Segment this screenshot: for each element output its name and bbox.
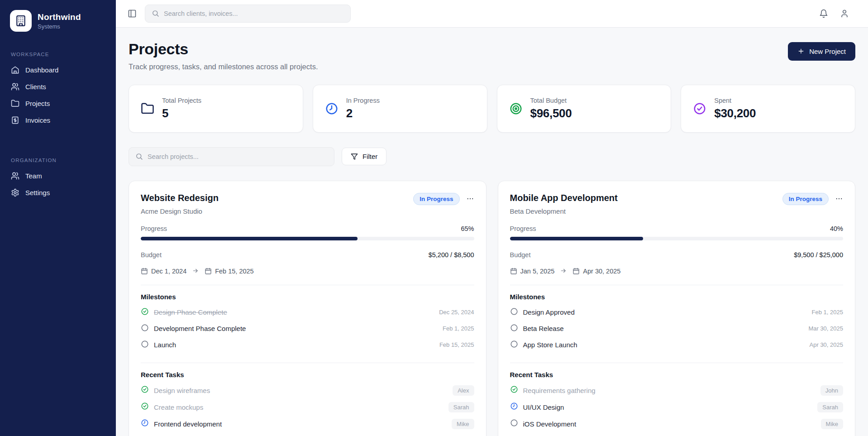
task-row: UI/UX DesignSarah	[510, 399, 844, 416]
plus-icon	[797, 48, 805, 55]
budget-label: Budget	[510, 251, 531, 259]
milestone-date: Mar 30, 2025	[808, 325, 843, 332]
task-name: iOS Development	[523, 420, 816, 428]
progress-percent: 65%	[461, 225, 474, 232]
sidebar-section-label: WORKSPACE	[7, 52, 109, 57]
date-range-arrow	[191, 268, 200, 275]
circle-icon	[510, 340, 518, 348]
folder-icon	[141, 102, 154, 115]
arrow-right-icon	[192, 268, 199, 274]
task-row: Design wireframesAlex	[141, 382, 474, 399]
new-project-button[interactable]: New Project	[788, 42, 855, 61]
milestone-status	[141, 307, 149, 317]
progress-bar-fill	[141, 237, 358, 240]
task-row: Create mockupsSarah	[141, 399, 474, 416]
project-menu-button[interactable]	[835, 195, 843, 203]
check-circle-icon	[141, 402, 149, 410]
task-status	[141, 419, 149, 429]
stat-text: Spent$30,200	[714, 97, 756, 120]
user-icon	[840, 9, 849, 18]
users-icon	[11, 82, 19, 91]
global-search-input[interactable]	[164, 10, 344, 17]
milestone-date: Feb 1, 2025	[443, 325, 474, 332]
task-status	[141, 402, 149, 412]
task-assignee-badge: Alex	[453, 385, 474, 396]
brand-subtitle: Systems	[38, 23, 81, 30]
clock-icon	[141, 419, 149, 427]
user-menu-button[interactable]	[840, 9, 849, 18]
circle-icon	[141, 340, 149, 348]
filter-button[interactable]: Filter	[342, 148, 386, 165]
clock-icon	[325, 102, 339, 115]
progress-bar	[141, 237, 474, 240]
calendar-icon	[141, 268, 148, 275]
sidebar-item-label: Settings	[25, 189, 50, 196]
project-card-titles: Mobile App DevelopmentBeta Development	[510, 193, 618, 215]
budget-value: $9,500 / $25,000	[794, 251, 843, 259]
check-circle-icon	[141, 307, 149, 316]
arrow-right-icon	[560, 268, 567, 274]
budget-value: $5,200 / $8,500	[429, 251, 474, 259]
filter-icon	[351, 153, 358, 160]
task-name: Frontend development	[154, 420, 447, 428]
end-date: Feb 15, 2025	[205, 268, 253, 275]
project-client: Beta Development	[510, 207, 618, 215]
folder-icon	[11, 99, 19, 108]
milestone-name: Beta Release	[523, 325, 804, 332]
clock-icon	[510, 402, 518, 410]
sidebar-item-team[interactable]: Team	[7, 168, 109, 184]
progress-bar	[510, 237, 844, 240]
sidebar-nav: WORKSPACEDashboardClientsProjectsInvoice…	[7, 52, 109, 201]
milestone-date: Apr 30, 2025	[810, 341, 843, 348]
divider	[510, 285, 844, 285]
milestone-status	[510, 340, 518, 350]
divider	[510, 363, 844, 363]
brand-logo	[10, 10, 32, 32]
task-name: Create mockups	[154, 403, 444, 411]
project-search-input[interactable]	[148, 153, 328, 160]
milestone-row: Beta ReleaseMar 30, 2025	[510, 321, 844, 337]
milestone-row: Design Phase CompleteDec 25, 2024	[141, 304, 474, 321]
project-search	[129, 147, 334, 166]
circle-icon	[510, 324, 518, 332]
task-status	[141, 385, 149, 395]
stat-text: Total Budget$96,500	[530, 97, 572, 120]
target-icon	[509, 102, 523, 115]
sidebar-section-label: ORGANIZATION	[7, 158, 109, 163]
filter-row: Filter	[129, 147, 855, 166]
dates-row: Jan 5, 2025Apr 30, 2025	[510, 268, 844, 275]
milestone-date: Dec 25, 2024	[439, 309, 474, 316]
calendar-icon	[510, 268, 517, 275]
notifications-button[interactable]	[819, 9, 828, 18]
end-date-text: Apr 30, 2025	[583, 268, 620, 275]
milestone-row: LaunchFeb 15, 2025	[141, 337, 474, 353]
milestone-name: Development Phase Complete	[154, 325, 438, 332]
projects-grid: Website RedesignAcme Design StudioIn Pro…	[129, 181, 855, 436]
milestone-status	[141, 324, 149, 334]
page-subtitle: Track progress, tasks, and milestones ac…	[129, 62, 318, 71]
building-icon	[15, 15, 27, 27]
sidebar-item-label: Dashboard	[25, 66, 58, 74]
project-menu-button[interactable]	[466, 195, 474, 203]
milestone-row: App Store LaunchApr 30, 2025	[510, 337, 844, 353]
stat-label: Total Budget	[530, 97, 572, 104]
sidebar-item-invoices[interactable]: Invoices	[7, 112, 109, 129]
sidebar-item-clients[interactable]: Clients	[7, 78, 109, 95]
sidebar-item-settings[interactable]: Settings	[7, 184, 109, 201]
new-project-label: New Project	[809, 48, 846, 55]
task-assignee-badge: Mike	[452, 419, 474, 429]
check-circle-icon	[693, 102, 706, 115]
task-row: Frontend developmentMike	[141, 416, 474, 432]
bell-icon	[819, 9, 828, 18]
circle-icon	[510, 419, 518, 427]
sidebar-item-label: Projects	[25, 100, 50, 107]
sidebar-item-projects[interactable]: Projects	[7, 95, 109, 112]
gear-icon	[11, 188, 19, 197]
sidebar-item-dashboard[interactable]: Dashboard	[7, 62, 109, 78]
start-date-text: Dec 1, 2024	[151, 268, 186, 275]
sidebar-toggle-button[interactable]	[128, 9, 137, 18]
stat-label: Total Projects	[162, 97, 201, 104]
stat-card: Total Projects5	[129, 85, 303, 133]
calendar-icon	[572, 268, 580, 275]
dates-row: Dec 1, 2024Feb 15, 2025	[141, 268, 474, 275]
